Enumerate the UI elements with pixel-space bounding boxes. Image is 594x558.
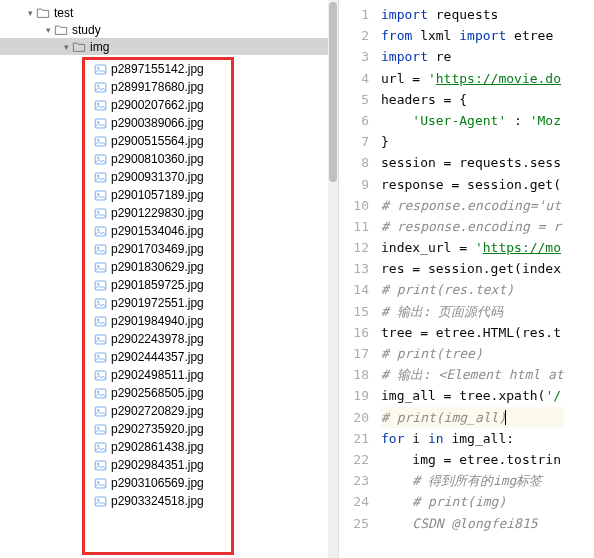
line-number: 16 [339, 322, 369, 343]
svg-point-23 [97, 264, 99, 266]
image-file-icon [93, 152, 107, 166]
svg-point-29 [97, 318, 99, 320]
code-line[interactable]: for i in img_all: [381, 428, 564, 449]
svg-rect-22 [95, 263, 106, 272]
code-line[interactable]: tree = etree.HTML(res.t [381, 322, 564, 343]
tree-label: test [54, 6, 73, 20]
svg-rect-16 [95, 209, 106, 218]
svg-point-35 [97, 372, 99, 374]
svg-rect-28 [95, 317, 106, 326]
file-item[interactable]: p2902984351.jpg [85, 456, 231, 474]
code-line[interactable]: from lxml import etree [381, 25, 564, 46]
file-item[interactable]: p2903106569.jpg [85, 474, 231, 492]
tree-label: study [72, 23, 101, 37]
file-item[interactable]: p2901972551.jpg [85, 294, 231, 312]
code-line[interactable]: headers = { [381, 89, 564, 110]
code-line[interactable]: # print(tree) [381, 343, 564, 364]
folder-icon [72, 40, 86, 54]
svg-point-25 [97, 282, 99, 284]
code-line[interactable]: # print(img_all) [381, 407, 564, 428]
svg-rect-20 [95, 245, 106, 254]
file-item[interactable]: p2901229830.jpg [85, 204, 231, 222]
code-line[interactable]: res = session.get(index [381, 258, 564, 279]
line-number: 11 [339, 216, 369, 237]
svg-rect-0 [95, 65, 106, 74]
file-label: p2901859725.jpg [111, 278, 204, 292]
file-label: p2901229830.jpg [111, 206, 204, 220]
image-file-icon [93, 98, 107, 112]
svg-rect-10 [95, 155, 106, 164]
code-line[interactable]: img = etree.tostrin [381, 449, 564, 470]
line-number: 22 [339, 449, 369, 470]
file-label: p2902735920.jpg [111, 422, 204, 436]
code-line[interactable]: # print(res.text) [381, 279, 564, 300]
code-line[interactable]: img_all = tree.xpath('/ [381, 385, 564, 406]
svg-point-31 [97, 336, 99, 338]
file-item[interactable]: p2901534046.jpg [85, 222, 231, 240]
file-item[interactable]: p2900389066.jpg [85, 114, 231, 132]
svg-rect-18 [95, 227, 106, 236]
svg-rect-48 [95, 497, 106, 506]
code-line[interactable]: import requests [381, 4, 564, 25]
svg-rect-44 [95, 461, 106, 470]
file-item[interactable]: p2900931370.jpg [85, 168, 231, 186]
file-item[interactable]: p2902243978.jpg [85, 330, 231, 348]
code-line[interactable]: # 输出: <Element html at [381, 364, 564, 385]
code-line[interactable]: # 得到所有的img标签 [381, 470, 564, 491]
image-file-icon [93, 476, 107, 490]
file-item[interactable]: p2902735920.jpg [85, 420, 231, 438]
svg-rect-4 [95, 101, 106, 110]
file-label: p2901703469.jpg [111, 242, 204, 256]
code-line[interactable]: # response.encoding='ut [381, 195, 564, 216]
file-item[interactable]: p2901859725.jpg [85, 276, 231, 294]
tree-folder-study[interactable]: ▾ study [0, 21, 338, 38]
file-item[interactable]: p2900515564.jpg [85, 132, 231, 150]
file-tree-panel: ▾ test ▾ study ▾ img p2897155 [0, 0, 339, 558]
line-number: 12 [339, 237, 369, 258]
tree-folder-img[interactable]: ▾ img [0, 38, 338, 55]
file-item[interactable]: p2901703469.jpg [85, 240, 231, 258]
chevron-down-icon[interactable]: ▾ [42, 25, 54, 35]
code-content[interactable]: import requestsfrom lxml import etreeimp… [381, 0, 564, 558]
file-label: p2902984351.jpg [111, 458, 204, 472]
scrollbar-vertical[interactable] [328, 0, 338, 558]
code-line[interactable]: # response.encoding = r [381, 216, 564, 237]
file-item[interactable]: p2899178680.jpg [85, 78, 231, 96]
svg-rect-14 [95, 191, 106, 200]
file-item[interactable]: p2902444357.jpg [85, 348, 231, 366]
file-item[interactable]: p2901057189.jpg [85, 186, 231, 204]
code-line[interactable]: # print(img) [381, 491, 564, 512]
file-item[interactable]: p2902720829.jpg [85, 402, 231, 420]
scrollbar-thumb[interactable] [329, 2, 337, 182]
file-item[interactable]: p2900810360.jpg [85, 150, 231, 168]
image-file-icon [93, 80, 107, 94]
svg-rect-12 [95, 173, 106, 182]
svg-rect-46 [95, 479, 106, 488]
chevron-down-icon[interactable]: ▾ [60, 42, 72, 52]
svg-point-5 [97, 102, 99, 104]
file-item[interactable]: p2901830629.jpg [85, 258, 231, 276]
code-line[interactable]: session = requests.sess [381, 152, 564, 173]
tree-folder-test[interactable]: ▾ test [0, 4, 338, 21]
file-item[interactable]: p2897155142.jpg [85, 60, 231, 78]
code-line[interactable]: # 输出: 页面源代码 [381, 301, 564, 322]
svg-rect-6 [95, 119, 106, 128]
image-file-icon [93, 242, 107, 256]
code-line[interactable]: url = 'https://movie.do [381, 68, 564, 89]
code-editor[interactable]: 1234567891011121314151617181920212223242… [339, 0, 594, 558]
file-item[interactable]: p2902861438.jpg [85, 438, 231, 456]
file-item[interactable]: p2903324518.jpg [85, 492, 231, 510]
file-item[interactable]: p2902568505.jpg [85, 384, 231, 402]
file-item[interactable]: p2900207662.jpg [85, 96, 231, 114]
code-line[interactable]: } [381, 131, 564, 152]
svg-rect-34 [95, 371, 106, 380]
chevron-down-icon[interactable]: ▾ [24, 8, 36, 18]
file-item[interactable]: p2901984940.jpg [85, 312, 231, 330]
file-item[interactable]: p2902498511.jpg [85, 366, 231, 384]
code-line[interactable]: import re [381, 46, 564, 67]
svg-rect-24 [95, 281, 106, 290]
code-line[interactable]: response = session.get( [381, 174, 564, 195]
code-line[interactable]: index_url = 'https://mo [381, 237, 564, 258]
code-line[interactable]: 'User-Agent' : 'Moz [381, 110, 564, 131]
code-line[interactable]: CSDN @longfei815 [381, 513, 564, 534]
